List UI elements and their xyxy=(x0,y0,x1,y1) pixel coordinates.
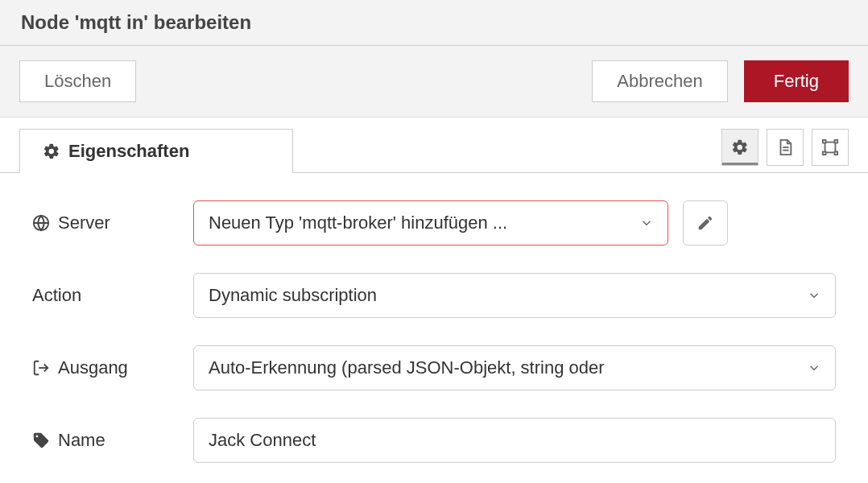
gear-icon xyxy=(731,138,749,156)
name-label: Name xyxy=(32,430,193,451)
name-row: Name xyxy=(32,418,836,463)
action-label: Action xyxy=(32,285,193,306)
done-button[interactable]: Fertig xyxy=(744,60,849,102)
delete-button[interactable]: Löschen xyxy=(19,60,136,102)
svg-rect-3 xyxy=(823,140,826,143)
server-select[interactable]: Neuen Typ 'mqtt-broker' hinzufügen ... xyxy=(193,200,668,246)
gear-icon xyxy=(43,142,60,160)
action-select[interactable]: Dynamic subscription xyxy=(193,273,836,318)
sign-out-icon xyxy=(32,359,50,377)
tabs-row: Eigenschaften xyxy=(0,118,868,173)
name-input[interactable] xyxy=(193,418,836,463)
tab-appearance-icon-button[interactable] xyxy=(812,129,849,166)
panel-title: Node 'mqtt in' bearbeiten xyxy=(0,0,868,46)
svg-rect-4 xyxy=(835,140,838,143)
name-label-text: Name xyxy=(58,430,105,451)
file-text-icon xyxy=(776,138,794,156)
edit-server-button[interactable] xyxy=(683,200,728,246)
cancel-button[interactable]: Abbrechen xyxy=(592,60,727,102)
tab-properties[interactable]: Eigenschaften xyxy=(19,129,293,173)
output-label: Ausgang xyxy=(32,357,193,378)
svg-rect-5 xyxy=(823,152,826,155)
output-select[interactable]: Auto-Erkennung (parsed JSON-Objekt, stri… xyxy=(193,345,836,390)
server-label: Server xyxy=(32,213,193,233)
svg-rect-2 xyxy=(825,142,836,153)
tab-properties-label: Eigenschaften xyxy=(68,141,189,162)
tab-properties-icon-button[interactable] xyxy=(721,129,758,166)
bounding-box-icon xyxy=(821,138,839,156)
tag-icon xyxy=(32,431,50,449)
server-row: Server Neuen Typ 'mqtt-broker' hinzufüge… xyxy=(32,200,836,246)
globe-icon xyxy=(32,214,50,232)
properties-form: Server Neuen Typ 'mqtt-broker' hinzufüge… xyxy=(0,173,868,483)
server-label-text: Server xyxy=(58,213,110,233)
tab-description-icon-button[interactable] xyxy=(767,129,804,166)
output-row: Ausgang Auto-Erkennung (parsed JSON-Obje… xyxy=(32,345,836,390)
pencil-icon xyxy=(696,214,714,232)
output-label-text: Ausgang xyxy=(58,357,128,378)
svg-rect-6 xyxy=(835,152,838,155)
button-row: Löschen Abbrechen Fertig xyxy=(0,46,868,118)
action-label-text: Action xyxy=(32,285,81,306)
action-row: Action Dynamic subscription xyxy=(32,273,836,318)
